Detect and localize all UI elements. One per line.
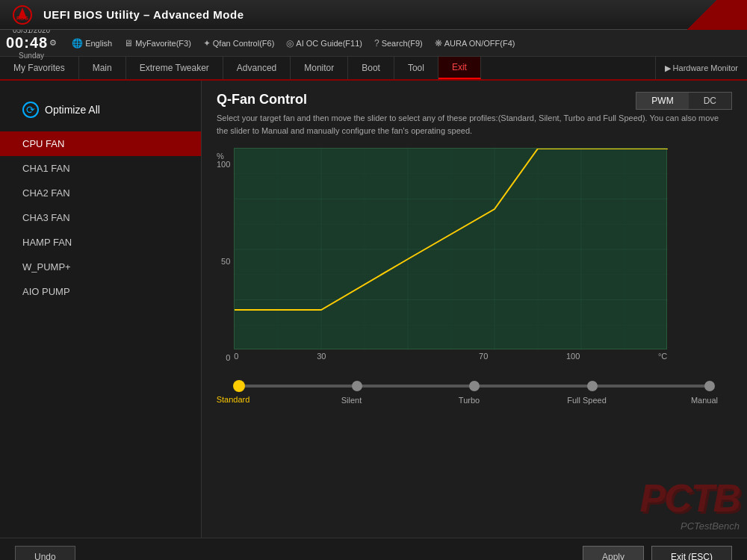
optimize-icon: ⟳ (22, 102, 39, 118)
tab-hardware-monitor[interactable]: ▶ Hardware Monitor (655, 57, 747, 79)
svg-text:ROG: ROG (16, 16, 29, 21)
fan-item-hamp[interactable]: HAMP FAN (0, 230, 201, 255)
search-icon: ? (374, 38, 379, 49)
fan-item-wpump[interactable]: W_PUMP+ (0, 255, 201, 279)
celsius-label: °C (658, 352, 667, 361)
fan-icon: ✦ (203, 38, 211, 49)
slider-label-fullspeed: Full Speed (567, 396, 607, 405)
apply-button[interactable]: Apply (583, 546, 644, 560)
ai-oc-guide-button[interactable]: ◎ AI OC Guide(F11) (286, 38, 362, 49)
tab-monitor[interactable]: Monitor (291, 57, 348, 79)
y-label-50: 50 (217, 258, 230, 266)
tab-boot[interactable]: Boot (348, 57, 394, 79)
language-selector[interactable]: 🌐 English (72, 38, 112, 49)
slider-track[interactable]: Standard Silent Turbo Full Speed (239, 385, 710, 388)
slider-label-silent: Silent (341, 396, 362, 405)
fan-list-panel: ⟳ Optimize All CPU FAN CHA1 FAN CHA2 FAN… (0, 81, 202, 538)
fan-item-cha1[interactable]: CHA1 FAN (0, 156, 201, 181)
action-buttons-bar: Undo Apply Exit (ESC) (0, 538, 747, 560)
exit-button[interactable]: Exit (ESC) (651, 546, 732, 560)
tab-main[interactable]: Main (79, 57, 126, 79)
toolbar: 05/31/2020 00:48 ⚙ Sunday 🌐 English 🖥 My… (0, 30, 747, 57)
search-button[interactable]: ? Search(F9) (374, 38, 423, 49)
tab-advanced[interactable]: Advanced (223, 57, 291, 79)
tab-exit[interactable]: Exit (438, 57, 481, 79)
main-content: ⟳ Optimize All CPU FAN CHA1 FAN CHA2 FAN… (0, 81, 747, 538)
slider-dot-fullspeed[interactable]: Full Speed (587, 381, 598, 391)
tab-my-favorites[interactable]: My Favorites (0, 57, 79, 79)
fan-item-cha2[interactable]: CHA2 FAN (0, 181, 201, 205)
slider-label-standard: Standard (217, 395, 250, 404)
chart-area (234, 148, 667, 349)
window-title: UEFI BIOS Utility – Advanced Mode (43, 8, 244, 21)
fan-item-cpu[interactable]: CPU FAN (0, 131, 201, 156)
undo-button[interactable]: Undo (15, 546, 75, 560)
fan-item-aio-pump[interactable]: AIO PUMP (0, 279, 201, 304)
slider-label-manual: Manual (691, 396, 718, 405)
x-label-70: 70 (479, 352, 488, 361)
slider-label-turbo: Turbo (459, 396, 480, 405)
title-bar: ROG UEFI BIOS Utility – Advanced Mode (0, 0, 747, 30)
slider-dot-silent[interactable]: Silent (352, 381, 362, 391)
monitor-icon: 🖥 (124, 38, 133, 49)
tab-extreme-tweaker[interactable]: Extreme Tweaker (126, 57, 223, 79)
ai-icon: ◎ (286, 38, 294, 49)
fan-item-cha3[interactable]: CHA3 FAN (0, 205, 201, 230)
language-icon: 🌐 (72, 38, 83, 49)
x-label-0: 0 (234, 352, 238, 361)
time-display: 00:48 (6, 34, 48, 52)
tab-tool[interactable]: Tool (394, 57, 438, 79)
dc-button[interactable]: DC (689, 93, 731, 109)
rog-logo-icon: ROG (7, 4, 37, 26)
qfan-control-button[interactable]: ✦ Qfan Control(F6) (203, 38, 275, 49)
optimize-all-button[interactable]: ⟳ Optimize All (0, 96, 201, 124)
profile-slider[interactable]: Standard Silent Turbo Full Speed (217, 385, 732, 388)
y-label-100: 100 (217, 161, 230, 169)
x-axis: 0 30 70 100 °C (234, 352, 667, 361)
aura-icon: ❋ (435, 38, 442, 49)
fan-curve-svg (235, 149, 668, 350)
settings-icon[interactable]: ⚙ (49, 38, 57, 48)
chart-panel: Q-Fan Control Select your target fan and… (202, 81, 747, 538)
pwm-dc-toggle: PWM DC (636, 92, 732, 110)
y-axis: 100 50 0 (217, 161, 230, 362)
section-description: Select your target fan and then move the… (217, 112, 725, 137)
aura-button[interactable]: ❋ AURA ON/OFF(F4) (435, 38, 515, 49)
slider-dot-manual[interactable]: Manual (704, 381, 715, 391)
datetime-widget: 05/31/2020 00:48 ⚙ Sunday (6, 26, 57, 60)
slider-dot-standard[interactable]: Standard (233, 380, 245, 392)
slider-dot-turbo[interactable]: Turbo (469, 381, 480, 391)
y-label-0: 0 (217, 354, 230, 362)
my-favorite-button[interactable]: 🖥 MyFavorite(F3) (124, 38, 191, 49)
nav-bar: My Favorites Main Extreme Tweaker Advanc… (0, 57, 747, 81)
pwm-button[interactable]: PWM (636, 93, 688, 109)
x-label-100: 100 (566, 352, 580, 361)
x-label-30: 30 (317, 352, 326, 361)
fan-speed-chart: % 100 50 0 (217, 148, 732, 388)
